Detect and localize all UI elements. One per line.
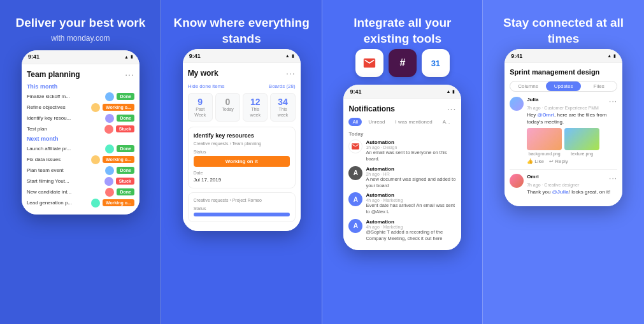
task-name: Refine objectives (27, 104, 89, 110)
update-reactions: 👍 Like ↩ Reply (527, 158, 617, 164)
notif-body: Automation 4h ago · Marketing Event date… (366, 192, 456, 215)
tab-columns[interactable]: Columns (510, 81, 546, 91)
notif-body: Automation 2h ago · HR A new document wa… (366, 166, 456, 189)
status-badge: Done (117, 188, 134, 195)
stat-this-week2: 34 Thisweek (270, 93, 295, 122)
update-images: background.png texture.png (527, 128, 617, 156)
avatar (91, 155, 100, 164)
tab-all[interactable]: All (348, 118, 362, 126)
avatar (105, 144, 114, 153)
phone2-menu-dots[interactable]: ··· (286, 68, 296, 78)
notification-item: A Automation 4h ago · Marketing @Sophie … (348, 219, 456, 242)
table-row: Lead generation p... Working o... (27, 199, 134, 208)
update-menu-dots2[interactable]: ··· (609, 174, 617, 183)
panel4-title: Stay connected at all times (493, 15, 634, 46)
table-row: Refine objectives Working o... (27, 103, 134, 112)
reply-button[interactable]: ↩ Reply (549, 158, 568, 164)
boards-btn[interactable]: Boards (28) (269, 83, 296, 89)
notif-title: Automation (366, 219, 456, 225)
notif-meta: 4h ago · Marketing (366, 225, 456, 229)
stat-number: 12 (246, 97, 264, 107)
avatar (91, 103, 100, 112)
phone4-content: Sprint management design Columns Updates… (504, 63, 622, 206)
phone3-time: 9:41 (350, 88, 361, 95)
tab-more[interactable]: A... (439, 118, 454, 126)
status-badge: Stuck (116, 125, 134, 132)
notif-text: A new document was signed and added to y… (366, 176, 456, 189)
task-name: Lead generation p... (27, 200, 89, 206)
table-row: New candidate int... Done (27, 188, 134, 197)
battery-icon: ▮ (613, 53, 616, 59)
tab-mentioned[interactable]: I was mentioned (392, 118, 436, 126)
tab-unread[interactable]: Unread (364, 118, 389, 126)
phone1-menu-dots[interactable]: ··· (125, 69, 134, 80)
avatar (105, 114, 114, 123)
table-row: Start filming Yout... Stuck (27, 177, 134, 186)
tab-updates[interactable]: Updates (546, 81, 582, 91)
stat-label: PastWeek (191, 107, 210, 118)
stat-label: Today (218, 107, 237, 112)
date-value: Jul 17, 2019 (194, 177, 290, 183)
phone-4: 9:41 ▲ ▮ Sprint management design Column… (504, 49, 622, 206)
table-row: Fix data issues Working o... (27, 155, 134, 164)
phone3-content: Notifications ··· All Unread I was menti… (343, 99, 461, 250)
phone2-time: 9:41 (189, 53, 201, 59)
task-name: Plan team event (27, 167, 103, 173)
update-menu-dots[interactable]: ··· (609, 97, 617, 106)
update-name: Julia (527, 97, 538, 106)
stat-label: Thisweek (246, 107, 264, 118)
notification-item: A Automation 4h ago · Marketing Event da… (348, 192, 456, 215)
avatar (91, 199, 100, 208)
update-text: Thank you @Julia! looks great, on it! (527, 189, 617, 195)
slack-icon: # (389, 49, 417, 77)
task-name: Fix data issues (27, 157, 89, 162)
panel-deliver: Deliver your best work with monday.com 9… (0, 0, 161, 324)
task-name: Test plan (27, 126, 102, 132)
phone3-icons: ▲ ▮ (446, 89, 455, 94)
stat-number: 34 (273, 97, 292, 107)
wifi-icon: ▲ (124, 55, 129, 59)
task-card-2: Creative requests › Project Romeo Status (188, 192, 296, 222)
phone1-header: Team planning ··· (27, 69, 134, 80)
breadcrumb: Creative requests › Project Romeo (194, 198, 290, 202)
stat-number: 0 (218, 97, 237, 107)
panel1-title: Deliver your best work (15, 15, 145, 31)
status-badge: Working o... (103, 199, 134, 206)
update-role: 7h ago · Customer Experience PMM (527, 106, 617, 110)
phone2-content: My work ··· Hide done items Boards (28) … (183, 63, 301, 231)
wifi-icon: ▲ (446, 89, 450, 94)
like-button[interactable]: 👍 Like (527, 158, 544, 164)
phone3-menu-dots[interactable]: ··· (447, 104, 457, 114)
phone3-statusbar: 9:41 ▲ ▮ (343, 85, 461, 99)
notif-text: An email was sent to Everyone on this bo… (366, 150, 456, 162)
hide-done-btn[interactable]: Hide done items (188, 83, 225, 89)
battery-icon: ▮ (452, 89, 455, 94)
table-row: Finalize kickoff m... Done (27, 92, 134, 101)
notif-text: Event date has arrived! An email was sen… (366, 202, 456, 215)
phone2-icons: ▲ ▮ (285, 53, 294, 59)
table-row: Launch affiliate pr... Done (27, 144, 134, 153)
notif-meta: 2h ago · HR (366, 172, 456, 176)
notif-title: Automation (366, 139, 456, 145)
panel1-subtitle: with monday.com (51, 34, 110, 43)
notif-title: Automation (366, 166, 456, 172)
status-field-label: Status (194, 206, 290, 211)
notif-tabs-row: All Unread I was mentioned A... (348, 118, 456, 126)
task-name: New candidate int... (27, 189, 103, 195)
panel3-title: Integrate all your existing tools (333, 15, 473, 46)
panel2-title: Know where everything stands (171, 15, 312, 46)
avatar (105, 166, 114, 175)
stat-label: Thisweek (273, 107, 292, 118)
notif-text: @Sophie T added a recording of the Compa… (366, 229, 456, 242)
avatar (104, 125, 113, 134)
panel-integrations: Integrate all your existing tools # 31 9… (322, 0, 483, 324)
update-text: Hey @Omri, here are the files from today… (527, 112, 617, 125)
tab-files[interactable]: Files (581, 81, 617, 91)
task-name: Finalize kickoff m... (27, 94, 103, 99)
update-thumbnail-2 (564, 128, 599, 150)
update-role: 7h ago · Creative designer (527, 183, 617, 187)
stat-this-week: 12 Thisweek (243, 93, 268, 122)
integration-icons-row: # 31 (355, 49, 450, 77)
avatar (104, 177, 113, 186)
phone1-statusbar: 9:41 ▲ ▮ (22, 50, 140, 64)
